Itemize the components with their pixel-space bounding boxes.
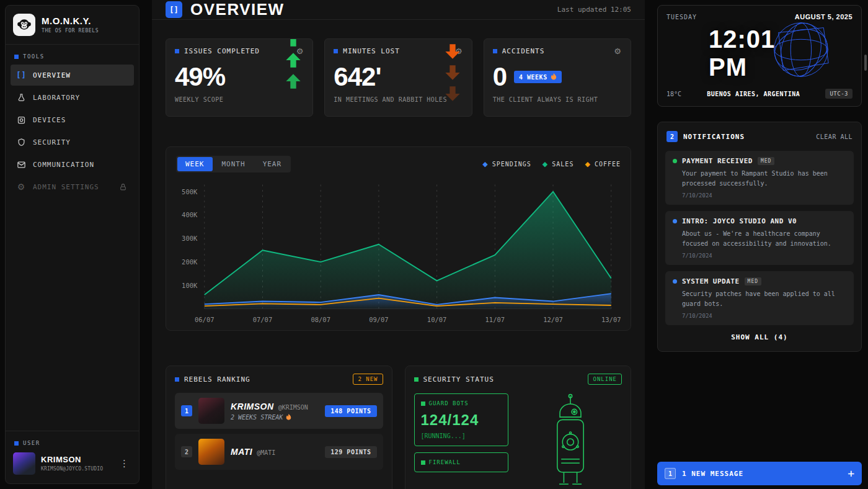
svg-text:400K: 400K xyxy=(182,211,198,218)
new-count-badge: 2 NEW xyxy=(353,374,383,385)
guard-bots-count: 124/124 xyxy=(421,411,502,429)
stat-value: 642' xyxy=(334,64,381,90)
tools-section-label: TOOLS xyxy=(6,45,139,65)
svg-text:300K: 300K xyxy=(182,235,198,242)
tab-week[interactable]: WEEK xyxy=(177,157,213,171)
firewall-box: FIREWALL xyxy=(414,452,508,472)
monkey-logo-icon xyxy=(13,14,35,36)
overview-badge-icon: [] xyxy=(166,1,182,18)
flame-icon xyxy=(551,73,557,81)
main-content: [] OVERVIEW Last updated 12:05 ISSUES CO… xyxy=(152,0,645,489)
current-time: 12:01 PM xyxy=(709,25,810,81)
legend-sales[interactable]: ◆ SALES xyxy=(542,161,574,168)
card-marker xyxy=(421,402,425,406)
sidebar-item-devices[interactable]: DEVICES xyxy=(11,109,134,130)
card-marker xyxy=(334,49,338,53)
svg-text:08/07: 08/07 xyxy=(311,316,330,323)
rebel-handle: @KRIMSON xyxy=(278,404,308,411)
show-all-button[interactable]: SHOW ALL (4) xyxy=(665,325,854,344)
stat-card-accidents: ACCIDENTS ⚙ 0 4 WEEKS THE CLIENT ALWAYS … xyxy=(484,38,631,117)
guard-bots-box: GUARD BOTS 124/124 [RUNNING...] xyxy=(414,393,508,446)
priority-tag: MED xyxy=(745,277,761,285)
card-marker xyxy=(175,49,179,53)
area-chart: 06/0707/0708/0709/0710/0711/0712/0713/07… xyxy=(176,177,621,326)
shield-icon xyxy=(16,137,27,148)
chart-range-tabs: WEEK MONTH YEAR xyxy=(176,156,291,173)
notifications-panel: 2 NOTIFICATIONS CLEAR ALL PAYMENT RECEIV… xyxy=(657,122,862,352)
tab-year[interactable]: YEAR xyxy=(255,157,290,171)
notification-date: 7/10/2024 xyxy=(673,313,846,319)
new-message-bar[interactable]: 1 1 NEW MESSAGE + xyxy=(657,462,862,485)
user-menu-button[interactable]: ⋮ xyxy=(117,457,131,470)
svg-text:06/07: 06/07 xyxy=(195,316,215,323)
notification-count-badge: 2 xyxy=(666,131,678,142)
rank-number: 2 xyxy=(181,446,192,457)
online-status-badge: ONLINE xyxy=(588,374,622,385)
chart-legend: ◆ SPENDINGS ◆ SALES ◆ COFFEE xyxy=(482,161,621,168)
section-marker xyxy=(14,55,19,59)
svg-text:12/07: 12/07 xyxy=(543,316,563,323)
card-marker xyxy=(493,49,497,53)
rank-number: 1 xyxy=(181,405,192,416)
ranking-row-mati[interactable]: 2 MATI @MATI 129 POINTS xyxy=(175,434,383,470)
weeks-streak-badge: 4 WEEKS xyxy=(514,71,562,83)
streak-label: 2 WEEKS STREAK xyxy=(231,414,308,421)
right-panel: TUESDAY AUGUST 5, 2025 12:01 PM 18°C BUE… xyxy=(657,5,862,485)
legend-coffee[interactable]: ◆ COFFEE xyxy=(585,161,621,168)
notification-system-update[interactable]: SYSTEM UPDATE MED Security patches have … xyxy=(665,271,854,325)
guard-robot-illustration xyxy=(520,393,622,489)
brackets-icon: [] xyxy=(16,70,27,81)
guard-bots-state: [RUNNING...] xyxy=(421,433,502,439)
stat-value: 49% xyxy=(175,64,225,90)
legend-spendings[interactable]: ◆ SPENDINGS xyxy=(482,161,531,168)
svg-text:13/07: 13/07 xyxy=(601,316,621,323)
city-label: BUENOS AIRES, ARGENTINA xyxy=(681,91,825,97)
user-block: USER KRIMSON KRIMSON@JOYCO.STUDIO ⋮ xyxy=(6,431,139,483)
trend-down-arrows-icon xyxy=(442,43,463,102)
points-badge: 148 POINTS xyxy=(325,405,376,417)
sidebar: M.O.N.K.Y. THE OS FOR REBELS TOOLS [] OV… xyxy=(5,5,140,484)
page-header: [] OVERVIEW Last updated 12:05 xyxy=(152,0,645,20)
tab-month[interactable]: MONTH xyxy=(214,157,254,171)
notification-date: 7/10/2024 xyxy=(673,192,846,199)
user-name: KRIMSON xyxy=(41,455,103,464)
last-updated: Last updated 12:05 xyxy=(557,6,631,14)
svg-text:09/07: 09/07 xyxy=(369,316,389,323)
rebel-name: KRIMSON xyxy=(231,402,274,411)
card-marker xyxy=(414,377,418,382)
weekday-label: TUESDAY xyxy=(666,14,697,20)
scrollbar-thumb[interactable] xyxy=(864,55,867,71)
svg-text:07/07: 07/07 xyxy=(253,316,273,323)
security-status-card: SECURITY STATUS ONLINE GUARD BOTS 124/12… xyxy=(405,366,632,489)
svg-text:10/07: 10/07 xyxy=(427,316,447,323)
mail-icon xyxy=(16,159,27,170)
sidebar-item-communication[interactable]: COMMUNICATION xyxy=(11,154,134,175)
sidebar-item-security[interactable]: SECURITY xyxy=(11,132,134,153)
notification-payment-received[interactable]: PAYMENT RECEIVED MED Your payment to Ram… xyxy=(665,151,854,205)
flame-icon xyxy=(286,414,291,421)
sidebar-item-overview[interactable]: [] OVERVIEW xyxy=(11,65,134,86)
status-dot xyxy=(673,279,677,284)
gear-icon: ⚙ xyxy=(16,182,27,192)
svg-text:500K: 500K xyxy=(182,188,198,195)
lock-icon xyxy=(118,182,128,192)
notification-intro-joyco[interactable]: INTRO: JOYCO STUDIO AND V0 About us - We… xyxy=(665,211,854,265)
points-badge: 129 POINTS xyxy=(325,446,376,458)
clock-card: TUESDAY AUGUST 5, 2025 12:01 PM 18°C BUE… xyxy=(657,5,862,107)
ranking-row-krimson[interactable]: 1 KRIMSON @KRIMSON 2 WEEKS STREAK xyxy=(175,393,383,429)
rebel-name: MATI xyxy=(231,447,252,457)
sidebar-item-laboratory[interactable]: LABORATORY xyxy=(11,87,134,108)
sidebar-nav: [] OVERVIEW LABORATORY DEVICES SECURITY xyxy=(6,65,139,197)
app-title: M.O.N.K.Y. xyxy=(42,16,99,25)
sidebar-item-admin-settings[interactable]: ⚙ ADMIN SETTINGS xyxy=(11,176,134,197)
priority-tag: MED xyxy=(758,157,774,165)
clear-all-button[interactable]: CLEAR ALL xyxy=(816,133,852,140)
svg-text:11/07: 11/07 xyxy=(485,316,505,323)
settings-gear-icon[interactable]: ⚙ xyxy=(614,47,622,56)
svg-text:200K: 200K xyxy=(182,258,198,266)
flask-icon xyxy=(16,92,27,103)
logo: M.O.N.K.Y. THE OS FOR REBELS xyxy=(6,6,139,45)
plus-icon[interactable]: + xyxy=(848,468,854,479)
timezone-badge: UTC-3 xyxy=(825,89,852,99)
stat-card-issues-completed: ISSUES COMPLETED ⚙ 49% WEEKLY SCOPE xyxy=(166,38,313,117)
